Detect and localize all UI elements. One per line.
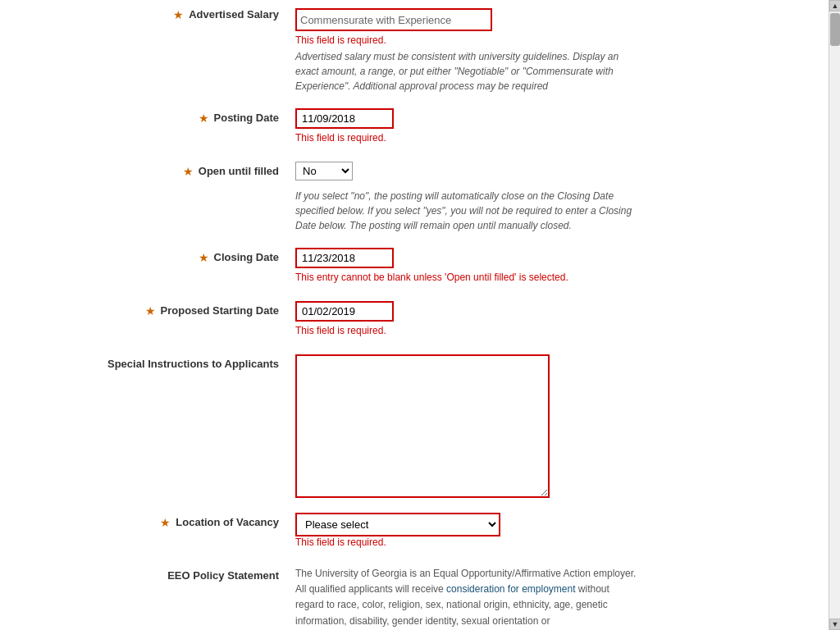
scrollbar-down-arrow[interactable]: ▼ [829, 619, 840, 630]
open-until-filled-label: Open until filled [199, 165, 279, 177]
form-section: ★ Advertised Salary Commensurate with Ex… [0, 0, 817, 630]
eeo-policy-row: EEO Policy Statement The University of G… [16, 566, 801, 629]
proposed-starting-date-field-col: This field is required. [295, 301, 801, 340]
page-wrapper: ★ Advertised Salary Commensurate with Ex… [0, 0, 840, 630]
location-of-vacancy-error: This field is required. [295, 536, 801, 548]
advertised-salary-label: Advertised Salary [189, 8, 279, 21]
location-of-vacancy-field-col: Please select This field is required. [295, 513, 801, 551]
special-instructions-textarea[interactable] [295, 354, 550, 498]
posting-date-field-col: This field is required. [295, 108, 801, 147]
special-instructions-field-col [295, 354, 801, 498]
closing-date-row: ★ Closing Date This entry cannot be blan… [16, 248, 801, 286]
required-star-closing-date: ★ [199, 251, 209, 265]
advertised-salary-hint: Advertised salary must be consistent wit… [295, 49, 640, 94]
open-until-filled-label-col: ★ Open until filled [16, 162, 295, 179]
location-of-vacancy-row: ★ Location of Vacancy Please select This… [16, 513, 801, 551]
required-star-location: ★ [160, 516, 171, 530]
posting-date-input[interactable] [295, 108, 394, 129]
advertised-salary-label-col: ★ Advertised Salary [16, 8, 295, 22]
eeo-policy-label: EEO Policy Statement [167, 569, 279, 582]
location-of-vacancy-select[interactable]: Please select [295, 513, 500, 536]
location-of-vacancy-label: Location of Vacancy [176, 516, 279, 528]
closing-date-field-col: This entry cannot be blank unless 'Open … [295, 248, 801, 286]
open-until-filled-hint: If you select "no", the posting will aut… [295, 189, 640, 233]
posting-date-row: ★ Posting Date This field is required. [16, 108, 801, 147]
scrollbar-thumb[interactable] [830, 13, 840, 46]
special-instructions-label-col: Special Instructions to Applicants [16, 354, 295, 370]
proposed-starting-date-label: Proposed Starting Date [161, 304, 279, 317]
eeo-policy-field-col: The University of Georgia is an Equal Op… [295, 566, 801, 629]
posting-date-label-col: ★ Posting Date [16, 108, 295, 126]
posting-date-label: Posting Date [214, 112, 279, 124]
proposed-starting-date-input[interactable] [295, 301, 394, 322]
required-star-proposed-date: ★ [145, 304, 156, 318]
scrollbar-up-arrow[interactable]: ▲ [829, 0, 840, 11]
closing-date-input[interactable] [295, 248, 394, 268]
eeo-policy-text: The University of Georgia is an Equal Op… [295, 566, 640, 629]
open-until-filled-field-col: No Yes If you select "no", the posting w… [295, 162, 801, 233]
advertised-salary-row: ★ Advertised Salary Commensurate with Ex… [16, 8, 801, 94]
required-star-open-until: ★ [183, 165, 194, 179]
required-star-salary: ★ [173, 8, 184, 22]
closing-date-label-col: ★ Closing Date [16, 248, 295, 265]
proposed-starting-date-row: ★ Proposed Starting Date This field is r… [16, 301, 801, 340]
closing-date-error: This entry cannot be blank unless 'Open … [295, 272, 801, 283]
advertised-salary-input-partial[interactable]: Commensurate with Experience [295, 8, 492, 31]
advertised-salary-error: This field is required. [295, 34, 801, 46]
proposed-starting-date-error: This field is required. [295, 325, 801, 336]
eeo-policy-label-col: EEO Policy Statement [16, 566, 295, 582]
special-instructions-label: Special Instructions to Applicants [107, 358, 279, 370]
manually-closed-text: manually closed. [498, 220, 571, 231]
open-until-filled-select[interactable]: No Yes [295, 162, 353, 180]
content-area: ★ Advertised Salary Commensurate with Ex… [0, 0, 829, 630]
required-star-posting-date: ★ [199, 112, 209, 126]
posting-date-error: This field is required. [295, 132, 801, 144]
eeo-consideration-link[interactable]: consideration for employment [446, 583, 575, 595]
vertical-scrollbar: ▲ ▼ [829, 0, 840, 630]
location-of-vacancy-label-col: ★ Location of Vacancy [16, 513, 295, 530]
open-until-filled-row: ★ Open until filled No Yes If you select… [16, 162, 801, 233]
advertised-salary-field-col: Commensurate with Experience This field … [295, 8, 801, 94]
closing-date-label: Closing Date [214, 251, 279, 263]
special-instructions-row: Special Instructions to Applicants [16, 354, 801, 498]
proposed-starting-date-label-col: ★ Proposed Starting Date [16, 301, 295, 318]
